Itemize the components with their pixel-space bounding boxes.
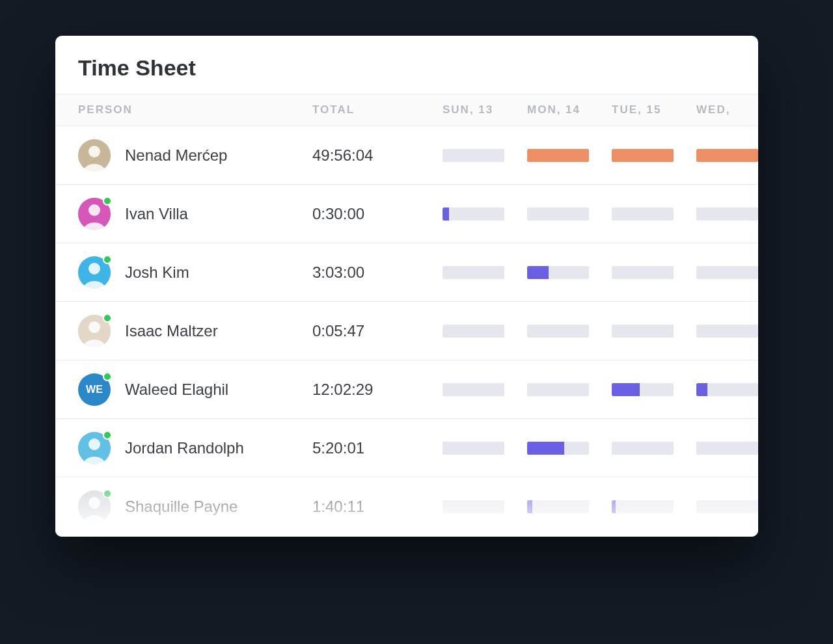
time-bar [612, 266, 674, 279]
avatar[interactable] [78, 432, 111, 464]
time-bar [443, 208, 504, 221]
online-indicator-icon [103, 431, 112, 440]
time-bar-fill [612, 383, 640, 396]
total-time: 0:30:00 [312, 205, 443, 223]
time-bar [443, 500, 504, 513]
time-bar [696, 266, 758, 279]
day-cell[interactable] [443, 442, 527, 455]
time-bar [443, 383, 504, 396]
table-body: Nenad Merćep49:56:04 Ivan Villa0:30:00 J… [55, 126, 758, 536]
day-cell[interactable] [527, 442, 612, 455]
time-bar [443, 266, 504, 279]
day-cell[interactable] [612, 149, 696, 162]
total-time: 1:40:11 [312, 498, 443, 516]
person-cell[interactable]: Josh Kim [78, 256, 312, 289]
person-name: Waleed Elaghil [125, 381, 228, 399]
online-indicator-icon [103, 314, 112, 323]
person-cell[interactable]: Isaac Maltzer [78, 315, 312, 347]
time-bar [696, 325, 758, 338]
day-cell[interactable] [527, 500, 612, 513]
svg-point-9 [89, 438, 100, 450]
time-bar-fill [527, 149, 589, 162]
time-bar [612, 325, 674, 338]
table-row[interactable]: Josh Kim3:03:00 [55, 243, 758, 302]
table-row[interactable]: Jordan Randolph5:20:01 [55, 419, 758, 477]
time-bar [612, 208, 674, 221]
table-row[interactable]: WEWaleed Elaghil12:02:29 [55, 360, 758, 419]
online-indicator-icon [103, 372, 112, 381]
day-cell[interactable] [443, 208, 527, 221]
avatar[interactable]: WE [78, 373, 111, 406]
person-name: Josh Kim [125, 263, 189, 282]
table-row[interactable]: Ivan Villa0:30:00 [55, 185, 758, 243]
time-bar [527, 266, 589, 279]
table-row[interactable]: Shaquille Payne1:40:11 [55, 477, 758, 536]
table-row[interactable]: Nenad Merćep49:56:04 [55, 126, 758, 185]
time-bar-fill [612, 149, 674, 162]
time-bar [612, 500, 674, 513]
total-time: 49:56:04 [312, 146, 443, 165]
time-bar [527, 325, 589, 338]
day-cell[interactable] [527, 325, 612, 338]
person-name: Nenad Merćep [125, 146, 227, 165]
header-day-tue[interactable]: TUE, 15 [612, 103, 696, 116]
person-cell[interactable]: Shaquille Payne [78, 490, 312, 523]
day-cell[interactable] [696, 266, 758, 279]
online-indicator-icon [103, 489, 112, 498]
time-bar [696, 208, 758, 221]
day-cell[interactable] [527, 266, 612, 279]
day-cell[interactable] [443, 325, 527, 338]
avatar[interactable] [78, 198, 111, 230]
time-bar [527, 149, 589, 162]
day-cell[interactable] [527, 149, 612, 162]
person-cell[interactable]: Jordan Randolph [78, 432, 312, 464]
day-cell[interactable] [612, 383, 696, 396]
time-bar-fill [696, 149, 758, 162]
avatar[interactable] [78, 490, 111, 523]
header-day-sun[interactable]: SUN, 13 [443, 103, 527, 116]
day-cell[interactable] [527, 208, 612, 221]
person-cell[interactable]: WEWaleed Elaghil [78, 373, 312, 406]
day-cell[interactable] [696, 149, 758, 162]
online-indicator-icon [103, 196, 112, 206]
time-bar-fill [527, 266, 549, 279]
header-day-wed[interactable]: WED, [696, 103, 758, 116]
table-row[interactable]: Isaac Maltzer0:05:47 [55, 302, 758, 360]
day-cell[interactable] [612, 266, 696, 279]
day-cell[interactable] [443, 500, 527, 513]
header-person[interactable]: PERSON [78, 103, 312, 116]
time-bar [527, 383, 589, 396]
svg-point-7 [89, 321, 100, 333]
day-cell[interactable] [527, 383, 612, 396]
header-day-mon[interactable]: MON, 14 [527, 103, 612, 116]
day-cell[interactable] [443, 266, 527, 279]
avatar[interactable] [78, 315, 111, 347]
header-total[interactable]: TOTAL [312, 103, 443, 116]
day-cell[interactable] [443, 383, 527, 396]
day-cell[interactable] [696, 442, 758, 455]
person-name: Shaquille Payne [125, 498, 238, 516]
day-cell[interactable] [612, 500, 696, 513]
day-cell[interactable] [696, 383, 758, 396]
person-cell[interactable]: Nenad Merćep [78, 139, 312, 172]
time-bar [696, 500, 758, 513]
day-cell[interactable] [612, 325, 696, 338]
time-bar [527, 442, 589, 455]
avatar[interactable] [78, 256, 111, 289]
table-header: PERSON TOTAL SUN, 13 MON, 14 TUE, 15 WED… [55, 94, 758, 126]
day-cell[interactable] [696, 208, 758, 221]
time-bar [696, 442, 758, 455]
time-bar [443, 442, 504, 455]
total-time: 3:03:00 [312, 263, 443, 282]
avatar[interactable] [78, 139, 111, 172]
total-time: 5:20:01 [312, 439, 443, 457]
total-time: 0:05:47 [312, 322, 443, 340]
day-cell[interactable] [443, 149, 527, 162]
day-cell[interactable] [612, 208, 696, 221]
day-cell[interactable] [612, 442, 696, 455]
person-cell[interactable]: Ivan Villa [78, 198, 312, 230]
day-cell[interactable] [696, 500, 758, 513]
time-bar [527, 208, 589, 221]
time-bar [527, 500, 589, 513]
day-cell[interactable] [696, 325, 758, 338]
